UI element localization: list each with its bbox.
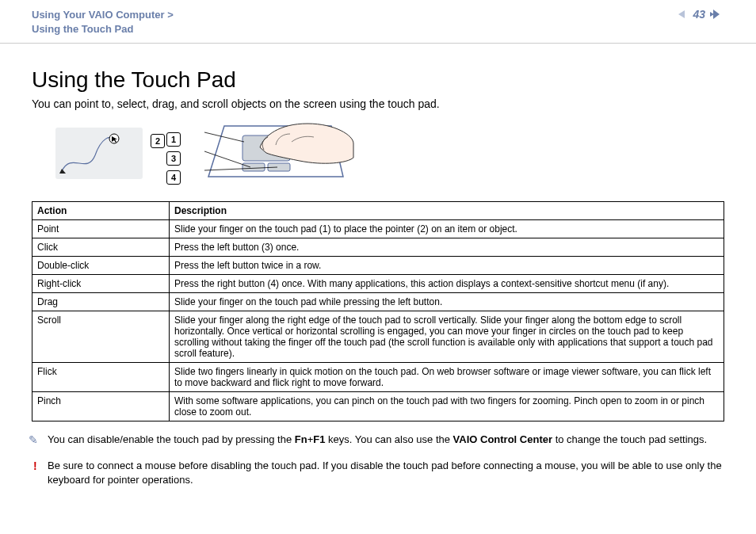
warning-text: Be sure to connect a mouse before disabl… (48, 460, 722, 486)
th-description: Description (170, 202, 724, 220)
callout-3: 3 (166, 151, 181, 166)
callout-1: 1 (166, 132, 181, 147)
page-navigation: 43 (677, 8, 724, 21)
callout-stack: 1 3 4 (166, 132, 181, 185)
action-cell: Flick (32, 363, 170, 392)
action-cell: Point (32, 220, 170, 238)
breadcrumb-line2: Using the Touch Pad (32, 22, 174, 36)
warning-icon: ! (33, 459, 37, 475)
breadcrumb: Using Your VAIO Computer > Using the Tou… (32, 8, 174, 36)
table-row: ClickPress the left button (3) once. (32, 238, 724, 257)
touchpad-illustration (204, 120, 355, 187)
description-cell: Press the left button (3) once. (170, 238, 724, 257)
page-number: 43 (693, 8, 705, 21)
illustration-row: 2 1 3 4 (55, 120, 724, 187)
action-cell: Drag (32, 293, 170, 311)
nav-prev-icon[interactable] (677, 9, 688, 20)
svg-marker-0 (678, 10, 685, 18)
page-header: Using Your VAIO Computer > Using the Tou… (0, 0, 756, 44)
description-cell: Slide your finger along the right edge o… (170, 311, 724, 363)
tip-note: ✎ You can disable/enable the touch pad b… (48, 433, 724, 447)
tip-text-3: to change the touch pad settings. (552, 433, 707, 445)
table-row: FlickSlide two fingers linearly in quick… (32, 363, 724, 392)
breadcrumb-line1: Using Your VAIO Computer > (32, 8, 174, 22)
description-cell: Slide your finger on the touch pad while… (170, 293, 724, 311)
description-cell: Slide your finger on the touch pad (1) t… (170, 220, 724, 238)
description-cell: Press the right button (4) once. With ma… (170, 275, 724, 293)
description-cell: With some software applications, you can… (170, 392, 724, 421)
action-cell: Double-click (32, 257, 170, 275)
svg-marker-1 (713, 10, 720, 19)
table-row: ScrollSlide your finger along the right … (32, 311, 724, 363)
action-cell: Scroll (32, 311, 170, 363)
page-content: Using the Touch Pad You can point to, se… (0, 44, 756, 511)
action-cell: Pinch (32, 392, 170, 421)
description-cell: Slide two fingers linearly in quick moti… (170, 363, 724, 392)
svg-line-11 (204, 167, 277, 170)
pointer-trail-icon (55, 128, 143, 179)
page-title: Using the Touch Pad (32, 67, 724, 93)
svg-rect-7 (242, 163, 265, 171)
nav-next-icon[interactable] (710, 8, 724, 21)
touchpad-hand-icon (204, 120, 355, 191)
tip-bold-fn: Fn (295, 433, 307, 445)
tip-text-1: You can disable/enable the touch pad by … (48, 433, 295, 445)
description-cell: Press the left button twice in a row. (170, 257, 724, 275)
th-action: Action (32, 202, 170, 220)
svg-line-9 (204, 132, 244, 142)
table-row: Right-clickPress the right button (4) on… (32, 275, 724, 293)
table-row: PointSlide your finger on the touch pad … (32, 220, 724, 238)
pencil-icon: ✎ (29, 433, 38, 448)
tip-bold-f1: F1 (313, 433, 325, 445)
table-row: PinchWith some software applications, yo… (32, 392, 724, 421)
table-row: Double-clickPress the left button twice … (32, 257, 724, 275)
intro-text: You can point to, select, drag, and scro… (32, 97, 724, 110)
warning-note: ! Be sure to connect a mouse before disa… (48, 459, 724, 487)
table-row: DragSlide your finger on the touch pad w… (32, 293, 724, 311)
callout-2: 2 (151, 134, 165, 148)
screen-illustration: 2 (55, 128, 143, 179)
tip-text-2: keys. You can also use the (325, 433, 452, 445)
actions-table: Action Description PointSlide your finge… (32, 201, 724, 421)
tip-bold-vcc: VAIO Control Center (453, 433, 552, 445)
callout-4: 4 (166, 170, 181, 185)
action-cell: Click (32, 238, 170, 257)
action-cell: Right-click (32, 275, 170, 293)
